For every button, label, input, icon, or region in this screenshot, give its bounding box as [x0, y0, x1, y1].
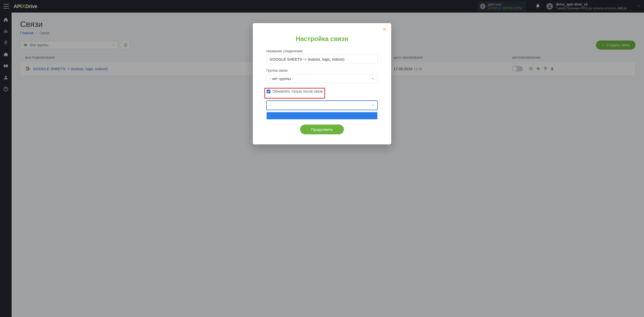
- dropdown-option[interactable]: -: [267, 112, 377, 119]
- close-button[interactable]: [383, 27, 387, 32]
- update-after-checkbox[interactable]: [267, 90, 270, 93]
- chevron-down-icon: [371, 104, 374, 107]
- modal-title: Настройка связи: [266, 35, 378, 43]
- label-connection-name: Название соединения: [266, 49, 378, 53]
- highlight-annotation: Обновлять только после связи: [264, 88, 325, 99]
- chevron-down-icon: [371, 77, 374, 80]
- continue-button[interactable]: Продолжить: [300, 125, 344, 134]
- connection-name-input[interactable]: [266, 55, 378, 64]
- connection-settings-modal: Настройка связи Название соединения Груп…: [253, 23, 391, 144]
- link-after-select[interactable]: -: [266, 101, 378, 110]
- checkbox-label[interactable]: Обновлять только после связи: [272, 89, 323, 93]
- group-select[interactable]: - нет группы -: [266, 74, 378, 83]
- label-group: Группа связи: [266, 68, 378, 72]
- dropdown-list: -: [266, 112, 378, 120]
- modal-overlay: Настройка связи Название соединения Груп…: [0, 0, 644, 317]
